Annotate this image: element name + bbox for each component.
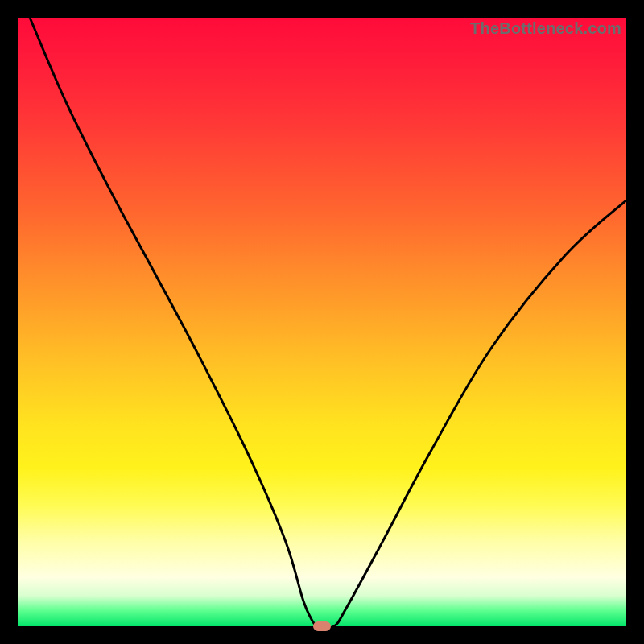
bottleneck-curve	[18, 18, 626, 626]
curve-path	[30, 18, 626, 628]
chart-frame: TheBottleneck.com	[18, 18, 626, 626]
minimum-marker	[313, 621, 331, 631]
watermark-text: TheBottleneck.com	[470, 19, 621, 38]
